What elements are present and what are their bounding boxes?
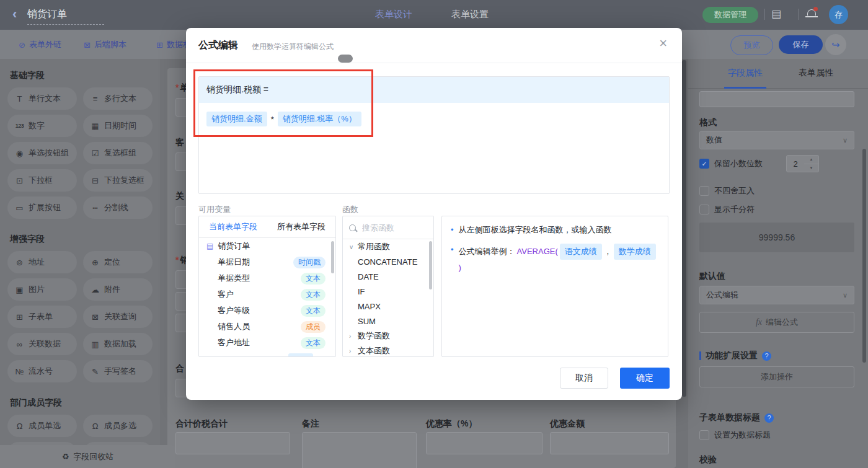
search-icon [349, 224, 356, 231]
toolbar-link-label: 表单外链 [29, 39, 61, 50]
sidebar-item-text-single[interactable]: T单行文本 [7, 87, 77, 110]
help-question-icon[interactable]: ? [762, 351, 771, 361]
function-item[interactable]: IF [343, 284, 433, 299]
confirm-button[interactable]: 确定 [620, 368, 670, 389]
inspector-scrollbar[interactable] [862, 149, 866, 363]
sidebar-item-checkbox-group[interactable]: ☑复选框组 [83, 142, 153, 164]
sidebar-item-datetime[interactable]: ▦日期时间 [83, 115, 153, 137]
stepper-up-icon[interactable]: ▲ [804, 156, 818, 164]
field-name-input[interactable] [699, 91, 854, 107]
no-round-checkbox[interactable] [699, 186, 709, 196]
help-panel: • 从左侧面板选择字段名和函数，或输入函数 • 公式编辑举例： AVERAGE(… [441, 216, 668, 357]
toolbar-link-backend-script[interactable]: ⊠ 后端脚本 [84, 39, 126, 50]
function-item[interactable]: SUM [343, 314, 433, 329]
thousand-checkbox[interactable] [699, 205, 709, 214]
bullet-icon: • [451, 244, 454, 256]
function-group-common[interactable]: ∨ 常用函数 [343, 239, 433, 254]
notification-bell-icon[interactable] [806, 8, 817, 19]
tab-form-design[interactable]: 表单设计 [375, 9, 412, 20]
set-title-checkbox[interactable] [699, 430, 709, 440]
field-input-discount-rate[interactable] [426, 432, 542, 454]
sidebar-item-radio-group[interactable]: ◉单选按钮组 [7, 142, 77, 164]
tab-form-props[interactable]: 表单属性 [799, 59, 833, 87]
default-value-select[interactable]: 公式编辑 ∨ [699, 286, 854, 304]
item-label: 多行文本 [104, 93, 136, 104]
variable-row[interactable]: 客户地址 文本 [199, 335, 335, 351]
sidebar-item-signature[interactable]: ✎手写签名 [83, 360, 153, 382]
checkbox-group-icon: ☑ [91, 149, 100, 158]
function-group-text[interactable]: › 文本函数 [343, 343, 433, 357]
edit-formula-button[interactable]: fx 编辑公式 [699, 312, 854, 333]
sidebar-item-extend-button[interactable]: ▭扩展按钮 [7, 196, 77, 219]
variable-row[interactable]: 客户 文本 [199, 286, 335, 302]
sidebar-item-member-multi[interactable]: Ω成员多选 [83, 415, 153, 437]
sidebar-item-attachment[interactable]: ☁附件 [83, 278, 153, 301]
sidebar-item-linked-query[interactable]: ⊠关联查询 [83, 306, 153, 328]
tree-root-sales-order[interactable]: ▤ 销货订单 [199, 238, 335, 254]
sidebar-item-image[interactable]: ▣图片 [7, 278, 77, 301]
functions-scrollbar[interactable] [429, 241, 432, 289]
function-item[interactable]: MAPX [343, 299, 433, 314]
share-button[interactable]: ↪ [825, 34, 846, 55]
form-title[interactable]: 销货订单 [27, 8, 104, 25]
function-search-input[interactable] [361, 223, 419, 233]
avatar[interactable]: 存 [829, 5, 848, 24]
no-round-row: 不四舍五入 [699, 185, 755, 196]
tab-field-props[interactable]: 字段属性 [724, 59, 766, 89]
item-label: 数字 [29, 120, 45, 131]
sidebar-item-member-single[interactable]: Ω成员单选 [7, 415, 77, 437]
toolbar-link-external[interactable]: ⊘ 表单外链 [19, 39, 61, 50]
function-item[interactable]: CONCATENATE [343, 254, 433, 269]
function-item[interactable]: DATE [343, 269, 433, 284]
variable-row[interactable]: 单据日期 时间戳 [199, 254, 335, 270]
sidebar-item-text-multi[interactable]: ≡多行文本 [83, 87, 153, 110]
format-select[interactable]: 数值 ∨ [699, 131, 854, 149]
field-textarea-remark[interactable] [302, 432, 417, 468]
notification-dot [813, 7, 818, 11]
recycle-label: 字段回收站 [73, 451, 113, 462]
tab-all-form-fields[interactable]: 所有表单字段 [277, 221, 326, 232]
contacts-icon[interactable]: ▤ [771, 7, 781, 20]
decimal-checkbox[interactable]: ✓ [699, 159, 709, 169]
field-input-total[interactable] [175, 432, 290, 454]
tab-form-settings[interactable]: 表单设置 [451, 9, 489, 20]
sidebar-item-divider[interactable]: ┅分割线 [83, 196, 153, 219]
function-search[interactable] [343, 216, 433, 239]
sidebar-item-serial-number[interactable]: №流水号 [7, 360, 77, 382]
canvas-scrollbar[interactable] [682, 60, 686, 397]
variable-row[interactable]: 销售人员 成员 [199, 319, 335, 335]
field-recycle-bin[interactable]: ♻ 字段回收站 [0, 445, 175, 468]
cancel-button[interactable]: 取消 [560, 368, 608, 389]
field-input-discount-amount[interactable] [550, 432, 669, 454]
sidebar-item-number[interactable]: 123数字 [7, 115, 77, 137]
item-label: 地址 [29, 257, 45, 268]
variable-row[interactable]: 单据类型 文本 [199, 270, 335, 286]
preview-button[interactable]: 预览 [730, 35, 773, 55]
help-question-icon[interactable]: ? [764, 413, 774, 423]
sidebar-item-address[interactable]: ⊚地址 [7, 251, 77, 273]
stepper-down-icon[interactable]: ▼ [804, 164, 818, 172]
add-action-button[interactable]: 添加操作 [699, 366, 854, 387]
sidebar-item-subform[interactable]: ⊞子表单 [7, 306, 77, 328]
close-icon[interactable]: × [659, 37, 667, 50]
sidebar-item-linked-data[interactable]: ∞关联数据 [7, 333, 77, 355]
back-icon[interactable]: ‹ [12, 6, 17, 22]
item-label: 成员单选 [29, 420, 61, 431]
number-icon: 123 [15, 123, 24, 129]
sidebar-item-location[interactable]: ⊕定位 [83, 251, 153, 273]
decimal-value-input[interactable]: 2 [786, 155, 805, 172]
help-example: 公式编辑举例： AVERAGE( 语文成绩 ， 数学成绩 ) [459, 244, 659, 274]
extend-button-icon: ▭ [15, 203, 24, 213]
sidebar-item-data-load[interactable]: ▥数据加载 [83, 333, 153, 355]
sidebar-item-select[interactable]: ⊡下拉框 [7, 169, 77, 192]
save-button[interactable]: 保存 [779, 35, 823, 54]
variables-scrollbar[interactable] [331, 241, 334, 273]
tab-current-form-fields[interactable]: 当前表单字段 [209, 221, 257, 232]
function-group-math[interactable]: › 数学函数 [343, 329, 433, 343]
divider [764, 9, 764, 20]
group-label: 数学函数 [358, 330, 390, 342]
variable-row[interactable]: 客户等级 文本 [199, 302, 335, 319]
sidebar-item-multi-select[interactable]: ⊟下拉复选框 [83, 169, 153, 192]
no-round-label: 不四舍五入 [714, 185, 755, 196]
data-manage-button[interactable]: 数据管理 [702, 7, 758, 23]
